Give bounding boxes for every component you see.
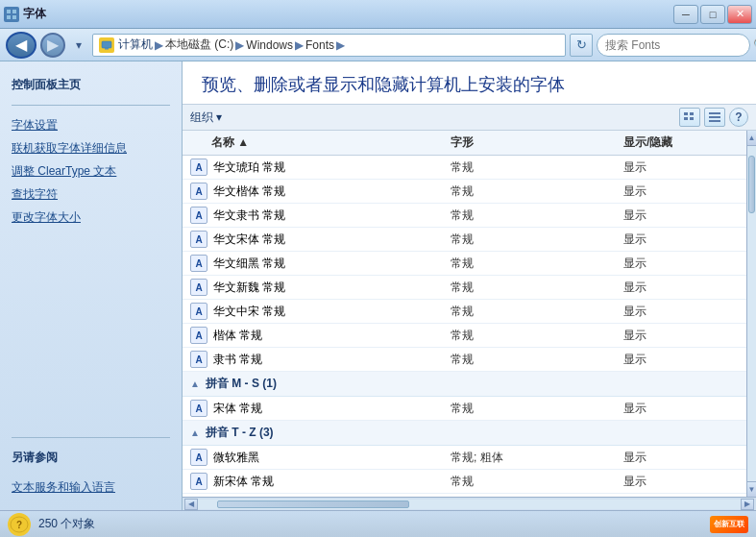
path-sep-1: ▶ [155, 38, 163, 52]
font-name-cell: A 楷体 常规 [190, 327, 451, 344]
font-style: 常规 [451, 352, 623, 368]
title-bar: 字体 ─ □ ✕ [0, 0, 756, 29]
font-row[interactable]: A 隶书 常规 常规 显示 [183, 348, 746, 372]
title-bar-left: 字体 [4, 6, 46, 22]
font-name-cell: A 宋体 常规 [190, 400, 451, 417]
font-visibility: 显示 [623, 280, 739, 296]
help-button[interactable]: ? [729, 108, 748, 127]
font-row[interactable]: A 华文宋体 常规 常规 显示 [183, 228, 746, 252]
font-style: 常规 [451, 474, 623, 490]
font-style: 常规 [451, 304, 623, 320]
status-icon: ? [8, 513, 31, 536]
font-style: 常规 [451, 280, 623, 296]
svg-text:?: ? [16, 520, 22, 530]
path-sep-2: ▶ [235, 38, 244, 52]
scroll-left-arrow[interactable]: ◀ [184, 499, 198, 510]
back-button[interactable]: ◀ [6, 32, 37, 59]
font-visibility: 显示 [623, 183, 739, 200]
content-header: 预览、删除或者显示和隐藏计算机上安装的字体 [183, 61, 756, 104]
font-name: 华文宋体 常规 [213, 232, 285, 248]
sidebar-main-section: 控制面板主页 字体设置 联机获取字体详细信息 调整 ClearType 文本 查… [0, 69, 182, 232]
font-icon: A [190, 351, 207, 368]
scroll-right-arrow[interactable]: ▶ [741, 499, 754, 510]
search-box[interactable]: 🔍 [597, 34, 750, 57]
font-row[interactable]: A 宋体 常规 常规 显示 [183, 397, 746, 421]
font-row[interactable]: A 楷体 常规 常规 显示 [183, 324, 746, 348]
font-group-tz-header[interactable]: ▲ 拼音 T - Z (3) [183, 421, 746, 446]
font-row[interactable]: A 华文细黑 常规 常规 显示 [183, 252, 746, 276]
font-visibility: 显示 [623, 328, 739, 344]
sidebar-link-cleartype[interactable]: 调整 ClearType 文本 [12, 159, 170, 183]
window-icon [4, 7, 19, 22]
group-tz-label: 拼音 T - Z (3) [206, 425, 274, 441]
font-name-cell: A 华文新魏 常规 [190, 279, 451, 296]
scroll-track[interactable] [747, 146, 756, 481]
dropdown-arrow-button[interactable]: ▾ [69, 34, 88, 57]
font-row[interactable]: A 华文楷体 常规 常规 显示 [183, 180, 746, 204]
font-list-area: 名称 ▲ 字形 显示/隐藏 A 华文琥珀 常规 常规 显示 [183, 131, 756, 497]
status-bar: ? 250 个对象 创新互联 [0, 510, 756, 537]
header-name: 名称 ▲ [190, 134, 451, 151]
path-segment-computer: 计算机 [99, 37, 153, 53]
font-group-ms-header[interactable]: ▲ 拼音 M - S (1) [183, 372, 746, 397]
sidebar-link-text-services[interactable]: 文本服务和输入语言 [12, 476, 170, 499]
close-button[interactable]: ✕ [727, 5, 752, 24]
view-button[interactable] [679, 108, 700, 127]
svg-rect-7 [690, 112, 694, 115]
font-visibility: 显示 [623, 232, 739, 248]
address-path[interactable]: 计算机 ▶ 本地磁盘 (C:) ▶ Windows ▶ Fonts ▶ [92, 34, 566, 57]
font-name-cell: A 华文琥珀 常规 [190, 159, 451, 176]
search-input[interactable] [605, 38, 749, 52]
font-name-cell: A 新宋体 常规 [190, 473, 451, 490]
font-style: 常规 [451, 232, 623, 248]
sidebar-link-font-settings[interactable]: 字体设置 [12, 113, 170, 136]
font-icon: A [190, 279, 207, 296]
forward-button[interactable]: ▶ [40, 33, 65, 58]
font-name-cell: A 华文宋体 常规 [190, 231, 451, 248]
font-visibility: 显示 [623, 450, 739, 466]
font-icon: A [190, 255, 207, 272]
organize-button[interactable]: 组织 ▾ [190, 110, 222, 126]
group-ms-arrow[interactable]: ▲ [190, 378, 200, 389]
font-icon: A [190, 327, 207, 344]
scroll-down-arrow[interactable]: ▼ [747, 481, 756, 497]
group-ms-label: 拼音 M - S (1) [206, 376, 277, 392]
font-visibility: 显示 [623, 159, 739, 176]
table-toolbar-right: ? [679, 108, 748, 127]
svg-rect-9 [690, 117, 694, 120]
maximize-button[interactable]: □ [700, 5, 725, 24]
sort-icon: ▲ [237, 135, 249, 149]
path-sep-4: ▶ [336, 38, 345, 52]
minimize-button[interactable]: ─ [673, 5, 698, 24]
svg-rect-6 [684, 112, 688, 115]
sidebar-link-find-char[interactable]: 查找字符 [12, 183, 170, 206]
font-name-cell: A 华文中宋 常规 [190, 303, 451, 320]
sidebar-link-change-size[interactable]: 更改字体大小 [12, 206, 170, 229]
scrollbar-right[interactable]: ▲ ▼ [746, 131, 756, 497]
font-row[interactable]: A 新宋体 常规 常规 显示 [183, 470, 746, 494]
sidebar-divider-2 [12, 437, 170, 438]
refresh-button[interactable]: ↻ [570, 34, 593, 57]
svg-rect-3 [12, 15, 16, 19]
font-row[interactable]: A 华文琥珀 常规 常规 显示 [183, 156, 746, 180]
h-scroll-thumb[interactable] [217, 500, 409, 508]
font-row[interactable]: A 华文隶书 常规 常规 显示 [183, 204, 746, 228]
table-toolbar: 组织 ▾ ? [183, 104, 756, 131]
computer-icon [99, 37, 114, 53]
window-title: 字体 [23, 6, 46, 22]
scroll-up-arrow[interactable]: ▲ [747, 131, 756, 146]
group-tz-arrow[interactable]: ▲ [190, 427, 200, 438]
font-style: 常规 [451, 256, 623, 272]
scroll-thumb[interactable] [748, 156, 755, 213]
font-style: 常规 [451, 159, 623, 176]
horizontal-scrollbar[interactable]: ◀ ▶ [183, 497, 756, 510]
font-row[interactable]: A 华文新魏 常规 常规 显示 [183, 276, 746, 300]
font-row[interactable]: A 华文中宋 常规 常规 显示 [183, 300, 746, 324]
font-name: 华文新魏 常规 [213, 280, 285, 296]
font-row[interactable]: A 微软雅黑 常规; 粗体 显示 [183, 446, 746, 470]
sidebar-section-title: 控制面板主页 [12, 73, 170, 97]
sidebar-link-get-font-info[interactable]: 联机获取字体详细信息 [12, 136, 170, 159]
main-area: 控制面板主页 字体设置 联机获取字体详细信息 调整 ClearType 文本 查… [0, 61, 756, 510]
list-view-button[interactable] [704, 108, 725, 127]
status-count: 250 个对象 [38, 516, 95, 532]
